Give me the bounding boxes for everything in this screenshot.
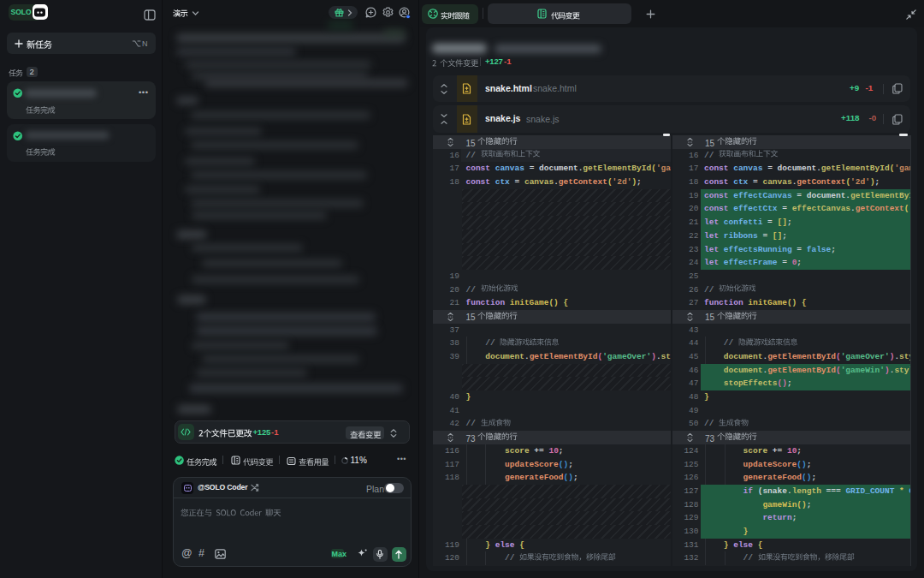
svg-text:N: N	[142, 39, 148, 48]
